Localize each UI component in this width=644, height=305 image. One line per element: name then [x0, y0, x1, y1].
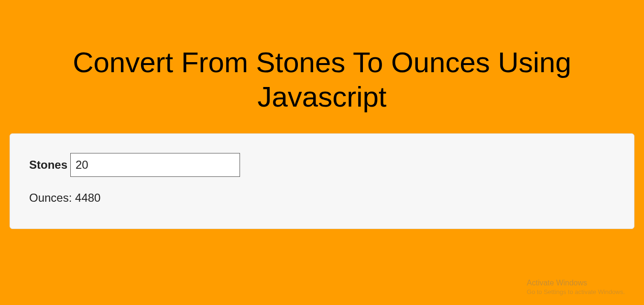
input-row: Stones [29, 153, 615, 177]
watermark-subtitle: Go to Settings to activate Windows. [527, 288, 625, 296]
stones-label: Stones [29, 158, 67, 172]
page-title: Convert From Stones To Ounces Using Java… [0, 0, 644, 133]
converter-card: Stones Ounces: 4480 [10, 133, 634, 229]
watermark-title: Activate Windows [527, 278, 625, 288]
ounces-output: Ounces: 4480 [29, 191, 615, 205]
ounces-label: Ounces: [29, 191, 72, 204]
activate-windows-watermark: Activate Windows Go to Settings to activ… [527, 278, 625, 296]
stones-input[interactable] [70, 153, 240, 177]
ounces-value: 4480 [75, 191, 100, 204]
